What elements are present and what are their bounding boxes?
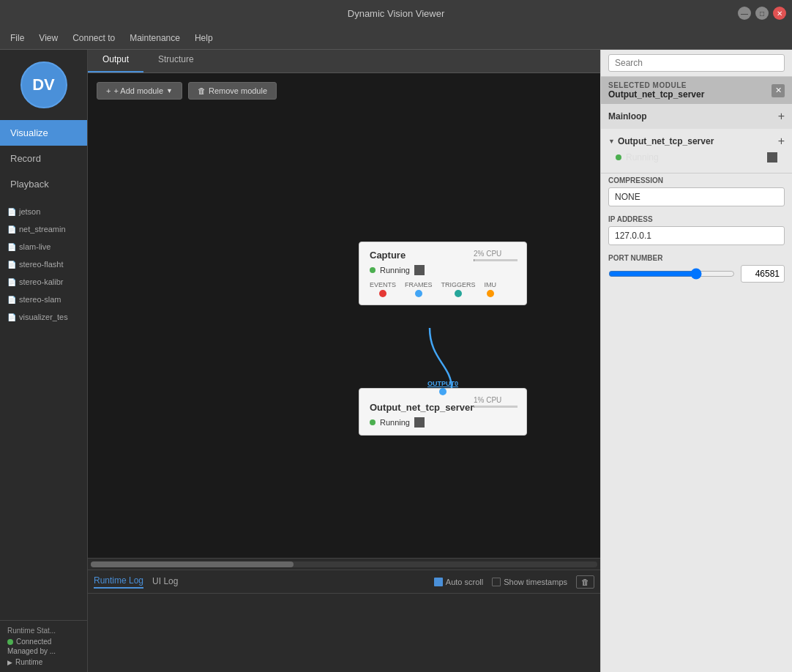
close-button[interactable]: ✕: [773, 7, 786, 20]
search-input[interactable]: [608, 54, 785, 72]
sidebar-nav: Visualize Record Playback: [0, 120, 87, 197]
triggers-port-dot: [455, 290, 462, 297]
center-panel: Output Structure + + Add module ▼ 🗑 Remo…: [88, 50, 600, 672]
running-status: Running: [616, 152, 659, 163]
chevron-right-icon: ▶: [7, 659, 12, 666]
trash-icon: 🗑: [198, 86, 206, 95]
tab-output[interactable]: Output: [88, 50, 143, 72]
window-controls: — □ ✕: [738, 7, 786, 20]
add-module-button[interactable]: + + Add module ▼: [97, 82, 182, 100]
canvas-area[interactable]: + + Add module ▼ 🗑 Remove module 2% CPU: [88, 73, 600, 558]
compression-label: COMPRESSION: [601, 173, 792, 186]
file-stereo-flasht[interactable]: 📄 stereo-flasht: [0, 255, 87, 273]
right-panel: SELECTED MODULE Output_net_tcp_server ✕ …: [600, 50, 792, 672]
maximize-button[interactable]: □: [755, 7, 769, 20]
show-timestamps-checkbox[interactable]: Show timestamps: [492, 578, 567, 586]
selected-module-header: SELECTED MODULE Output_net_tcp_server ✕: [601, 77, 792, 104]
horizontal-scrollbar[interactable]: [88, 558, 600, 570]
output-stop-button[interactable]: [414, 417, 425, 428]
menu-file[interactable]: File: [3, 30, 31, 46]
mainloop-header[interactable]: Mainloop +: [601, 104, 792, 129]
port-frames[interactable]: FRAMES: [405, 281, 433, 297]
port-triggers[interactable]: TRIGGERS: [441, 281, 476, 297]
log-content: [88, 594, 600, 672]
menu-connect-to[interactable]: Connect to: [65, 30, 122, 46]
file-icon: 📄: [7, 296, 16, 304]
module-output-net-tcp[interactable]: 1% CPU OUTPUT0 Output_net_tcp_server Run…: [359, 388, 527, 436]
scroll-track: [91, 561, 597, 567]
file-icon: 📄: [7, 261, 16, 269]
capture-status: Running: [370, 265, 516, 275]
capture-cpu: 2% CPU: [474, 250, 518, 261]
menu-view[interactable]: View: [31, 30, 65, 46]
file-visualizer-tes[interactable]: 📄 visualizer_tes: [0, 308, 87, 326]
output-status-dot: [370, 419, 376, 425]
show-timestamps-unchecked-icon: [492, 578, 501, 586]
connections-svg: [88, 73, 600, 558]
file-stereo-kalibr[interactable]: 📄 stereo-kalibr: [0, 273, 87, 291]
log-options: Auto scroll Show timestamps 🗑: [434, 575, 594, 589]
ip-address-label: IP ADDRESS: [601, 212, 792, 225]
module-add-button[interactable]: +: [778, 135, 785, 148]
connected-dot: [7, 639, 13, 645]
file-stereo-slam[interactable]: 📄 stereo-slam: [0, 291, 87, 308]
sidebar-item-playback[interactable]: Playback: [0, 171, 87, 197]
close-selected-module-button[interactable]: ✕: [772, 84, 785, 97]
file-jetson[interactable]: 📄 jetson: [0, 203, 87, 220]
port-events[interactable]: EVENTS: [370, 281, 396, 297]
port-slider-row: [601, 264, 792, 288]
ip-address-input-row: [601, 225, 792, 251]
ip-address-input[interactable]: [608, 226, 785, 245]
output0-dot: [439, 388, 447, 395]
sidebar-files: 📄 jetson 📄 net_streamin 📄 slam-live 📄 st…: [0, 203, 87, 620]
module-capture[interactable]: 2% CPU Capture Running EVENTS FRAMES: [359, 242, 527, 305]
compression-dropdown-row: NONE LZ4 ZSTD: [601, 186, 792, 212]
selected-module-info: SELECTED MODULE Output_net_tcp_server: [608, 81, 704, 100]
file-icon: 📄: [7, 208, 16, 216]
sidebar-item-visualize[interactable]: Visualize: [0, 120, 87, 146]
tabs: Output Structure: [88, 50, 600, 73]
managed-by-label: Managed by ...: [7, 647, 80, 655]
minimize-button[interactable]: —: [738, 7, 751, 20]
auto-scroll-checkbox[interactable]: Auto scroll: [434, 578, 483, 586]
port-slider[interactable]: [608, 268, 735, 280]
selected-module-label: SELECTED MODULE: [608, 81, 704, 89]
mainloop-section: Mainloop + ▼ Output_net_tcp_server +: [601, 104, 792, 173]
log-tabs: Runtime Log UI Log Auto scroll Show time…: [88, 570, 600, 594]
titlebar: Dynamic Vision Viewer — □ ✕: [0, 0, 792, 26]
menu-maintenance[interactable]: Maintenance: [122, 30, 187, 46]
running-field-row: Running: [608, 152, 785, 163]
runtime-expand[interactable]: ▶ Runtime: [7, 658, 80, 666]
sidebar-item-record[interactable]: Record: [0, 146, 87, 171]
selected-module-name: Output_net_tcp_server: [608, 89, 704, 100]
port-number-input[interactable]: [741, 265, 785, 283]
capture-stop-button[interactable]: [414, 265, 425, 275]
main-layout: DV Visualize Record Playback 📄 jetson 📄 …: [0, 50, 792, 672]
capture-ports: EVENTS FRAMES TRIGGERS IMU: [370, 281, 516, 297]
dropdown-arrow-icon: ▼: [166, 87, 173, 94]
running-stop-button[interactable]: [767, 152, 777, 163]
toolbar: + + Add module ▼ 🗑 Remove module: [97, 82, 277, 100]
capture-status-dot: [370, 267, 376, 273]
tab-structure[interactable]: Structure: [143, 50, 209, 72]
file-net-streamin[interactable]: 📄 net_streamin: [0, 220, 87, 238]
log-area: Runtime Log UI Log Auto scroll Show time…: [88, 570, 600, 672]
sidebar: DV Visualize Record Playback 📄 jetson 📄 …: [0, 50, 88, 672]
app-logo: DV: [20, 61, 67, 108]
clear-log-button[interactable]: 🗑: [576, 575, 594, 589]
triangle-down-icon: ▼: [608, 138, 615, 145]
mainloop-add-button[interactable]: +: [778, 110, 785, 123]
output-cpu: 1% CPU: [474, 396, 518, 408]
events-port-dot: [379, 290, 386, 297]
log-tab-ui[interactable]: UI Log: [152, 576, 178, 588]
port-imu[interactable]: IMU: [485, 281, 497, 297]
connected-status: Connected: [7, 638, 80, 646]
compression-dropdown[interactable]: NONE LZ4 ZSTD: [608, 187, 785, 206]
menu-help[interactable]: Help: [187, 30, 220, 46]
log-tab-runtime[interactable]: Runtime Log: [94, 575, 143, 589]
auto-scroll-checked-icon: [434, 578, 443, 586]
file-slam-live[interactable]: 📄 slam-live: [0, 238, 87, 255]
scroll-thumb[interactable]: [91, 561, 294, 567]
remove-module-button[interactable]: 🗑 Remove module: [188, 82, 277, 100]
menubar: File View Connect to Maintenance Help: [0, 26, 792, 50]
